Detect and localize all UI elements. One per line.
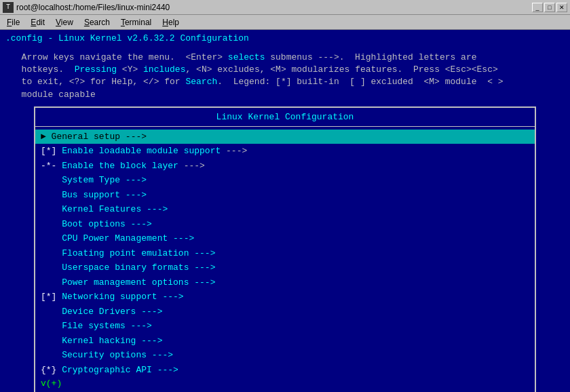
minimize-button[interactable]: _: [532, 3, 543, 12]
menu-entry-userspace-binary[interactable]: Userspace binary formats --->: [35, 260, 535, 275]
entry-selector: ►: [41, 130, 46, 144]
maximize-button[interactable]: □: [544, 3, 555, 12]
menu-entry-loadable-module[interactable]: [*] Enable loadable module support --->: [35, 144, 535, 159]
menu-search[interactable]: Search: [80, 17, 114, 28]
menu-entry-file-systems[interactable]: File systems --->: [35, 319, 535, 334]
menu-box-title: Linux Kernel Configuration: [35, 111, 535, 127]
menu-entry-power-mgmt[interactable]: Power management options --->: [35, 275, 535, 290]
titlebar-buttons: _ □ ✕: [532, 3, 567, 12]
menu-file[interactable]: File: [3, 17, 24, 28]
menu-entry-boot-options[interactable]: Boot options --->: [35, 217, 535, 232]
menu-edit[interactable]: Edit: [26, 17, 49, 28]
menu-entry-device-drivers[interactable]: Device Drivers --->: [35, 305, 535, 319]
titlebar: T root@localhost:/home/Files/linux-mini2…: [0, 0, 570, 15]
menu-entry-system-type[interactable]: System Type --->: [35, 173, 535, 188]
kernel-config-menu: Linux Kernel Configuration ► General set…: [34, 106, 536, 392]
window-title: root@localhost:/home/Files/linux-mini244…: [16, 3, 170, 12]
menu-entry-networking[interactable]: [*] Networking support --->: [35, 290, 535, 305]
tabbar: .config - Linux Kernel v2.6.32.2 Configu…: [0, 30, 570, 46]
scroll-hint: v(+): [35, 377, 535, 390]
menu-entry-kernel-features[interactable]: Kernel Features --->: [35, 202, 535, 217]
menu-help[interactable]: Help: [158, 17, 183, 28]
menu-view[interactable]: View: [52, 17, 77, 28]
menu-entry-floating-point[interactable]: Floating point emulation --->: [35, 246, 535, 261]
menu-entry-block-layer[interactable]: -*- Enable the block layer --->: [35, 159, 535, 174]
info-text: Arrow keys navigate the menu. <Enter> se…: [5, 49, 565, 104]
menu-entry-cryptographic-api[interactable]: {*} Cryptographic API --->: [35, 363, 535, 378]
tab-title: .config - Linux Kernel v2.6.32.2 Configu…: [5, 33, 249, 43]
menu-entry-security-options[interactable]: Security options --->: [35, 348, 535, 363]
menu-entry-cpu-power[interactable]: CPU Power Management --->: [35, 231, 535, 246]
close-button[interactable]: ✕: [556, 3, 567, 12]
menu-entry-bus-support[interactable]: Bus support --->: [35, 188, 535, 203]
terminal-icon: T: [3, 2, 14, 13]
menu-terminal[interactable]: Terminal: [117, 17, 155, 28]
titlebar-left: T root@localhost:/home/Files/linux-mini2…: [3, 2, 170, 13]
menu-entry-general-setup[interactable]: ► General setup --->: [35, 130, 535, 144]
terminal-area: Arrow keys navigate the menu. <Enter> se…: [0, 46, 570, 392]
menu-entry-kernel-hacking[interactable]: Kernel hacking --->: [35, 334, 535, 349]
menubar: File Edit View Search Terminal Help: [0, 15, 570, 30]
